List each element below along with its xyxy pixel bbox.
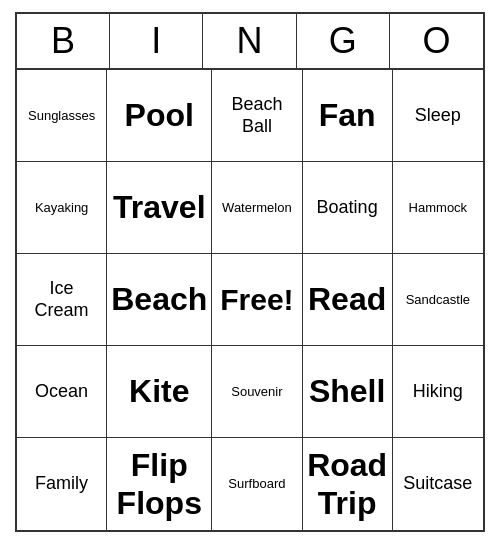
- bingo-cell-21: Flip Flops: [107, 438, 212, 530]
- bingo-cell-4: Sleep: [393, 70, 483, 162]
- bingo-cell-1: Pool: [107, 70, 212, 162]
- bingo-cell-0: Sunglasses: [17, 70, 107, 162]
- bingo-cell-16: Kite: [107, 346, 212, 438]
- cell-text-23: Road Trip: [307, 446, 388, 523]
- bingo-cell-2: Beach Ball: [212, 70, 302, 162]
- cell-text-14: Sandcastle: [406, 292, 470, 308]
- bingo-card: BINGO SunglassesPoolBeach BallFanSleepKa…: [15, 12, 485, 532]
- bingo-cell-18: Shell: [303, 346, 393, 438]
- bingo-cell-23: Road Trip: [303, 438, 393, 530]
- cell-text-12: Free!: [220, 282, 293, 318]
- cell-text-9: Hammock: [409, 200, 468, 216]
- cell-text-17: Souvenir: [231, 384, 282, 400]
- cell-text-16: Kite: [129, 372, 189, 410]
- bingo-cell-22: Surfboard: [212, 438, 302, 530]
- bingo-cell-5: Kayaking: [17, 162, 107, 254]
- cell-text-6: Travel: [113, 188, 206, 226]
- bingo-cell-13: Read: [303, 254, 393, 346]
- header-letter-b: B: [17, 14, 110, 68]
- bingo-cell-20: Family: [17, 438, 107, 530]
- cell-text-1: Pool: [125, 96, 194, 134]
- cell-text-7: Watermelon: [222, 200, 292, 216]
- header-letter-i: I: [110, 14, 203, 68]
- bingo-cell-14: Sandcastle: [393, 254, 483, 346]
- bingo-cell-12: Free!: [212, 254, 302, 346]
- cell-text-8: Boating: [317, 197, 378, 219]
- bingo-cell-8: Boating: [303, 162, 393, 254]
- header-letter-g: G: [297, 14, 390, 68]
- cell-text-20: Family: [35, 473, 88, 495]
- cell-text-22: Surfboard: [228, 476, 285, 492]
- cell-text-13: Read: [308, 280, 386, 318]
- cell-text-15: Ocean: [35, 381, 88, 403]
- cell-text-3: Fan: [319, 96, 376, 134]
- cell-text-11: Beach: [111, 280, 207, 318]
- bingo-cell-24: Suitcase: [393, 438, 483, 530]
- cell-text-0: Sunglasses: [28, 108, 95, 124]
- header-letter-n: N: [203, 14, 296, 68]
- cell-text-18: Shell: [309, 372, 385, 410]
- cell-text-19: Hiking: [413, 381, 463, 403]
- cell-text-5: Kayaking: [35, 200, 88, 216]
- bingo-cell-7: Watermelon: [212, 162, 302, 254]
- bingo-cell-19: Hiking: [393, 346, 483, 438]
- bingo-cell-6: Travel: [107, 162, 212, 254]
- header-letter-o: O: [390, 14, 483, 68]
- cell-text-21: Flip Flops: [111, 446, 207, 523]
- cell-text-24: Suitcase: [403, 473, 472, 495]
- cell-text-2: Beach Ball: [216, 94, 297, 137]
- bingo-cell-17: Souvenir: [212, 346, 302, 438]
- bingo-cell-3: Fan: [303, 70, 393, 162]
- bingo-grid: SunglassesPoolBeach BallFanSleepKayaking…: [17, 70, 483, 530]
- bingo-header: BINGO: [17, 14, 483, 70]
- bingo-cell-10: Ice Cream: [17, 254, 107, 346]
- bingo-cell-11: Beach: [107, 254, 212, 346]
- cell-text-10: Ice Cream: [21, 278, 102, 321]
- bingo-cell-9: Hammock: [393, 162, 483, 254]
- cell-text-4: Sleep: [415, 105, 461, 127]
- bingo-cell-15: Ocean: [17, 346, 107, 438]
